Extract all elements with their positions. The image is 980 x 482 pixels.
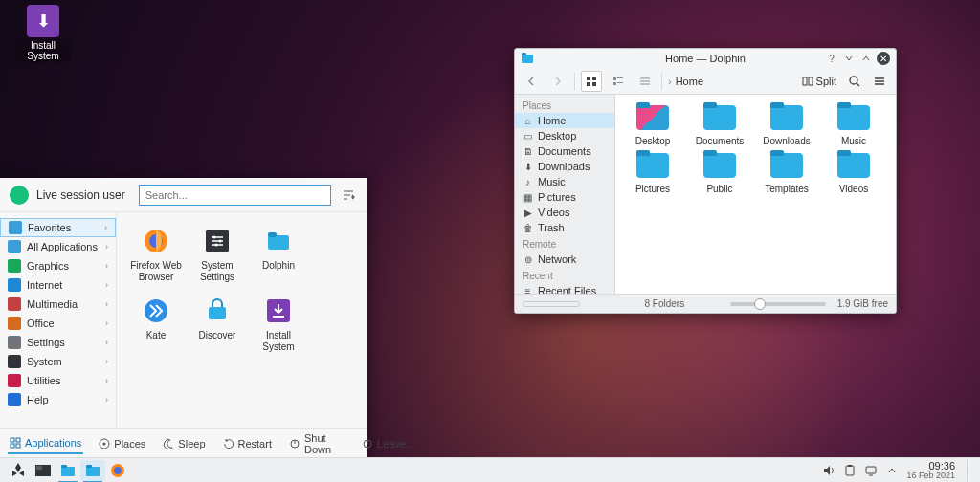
task-dolphin[interactable]	[80, 460, 105, 481]
category-favorites[interactable]: Favorites›	[0, 218, 116, 237]
app-discover[interactable]: Discover	[188, 292, 247, 356]
svg-rect-45	[866, 467, 876, 473]
category-multimedia[interactable]: Multimedia›	[0, 295, 116, 314]
places-label: Videos	[538, 207, 569, 218]
close-button[interactable]: ✕	[877, 52, 890, 65]
app-firefox-web-browser[interactable]: Firefox Web Browser	[126, 222, 186, 286]
folder-videos[interactable]: Videos	[824, 150, 883, 194]
search-input[interactable]	[139, 185, 331, 206]
places-item-recent-files[interactable]: ≡Recent Files	[515, 283, 614, 294]
clipboard-icon[interactable]	[843, 464, 857, 477]
folder-documents[interactable]: Documents	[690, 102, 749, 146]
titlebar[interactable]: Home — Dolphin ? ✕	[515, 49, 896, 68]
places-label: Downloads	[538, 161, 590, 172]
svg-rect-25	[587, 82, 590, 86]
category-utilities[interactable]: Utilities›	[0, 371, 116, 390]
status-free: 1.9 GiB free	[837, 298, 888, 309]
leave-button[interactable]: Leave...	[360, 434, 416, 453]
icons-view-button[interactable]	[581, 71, 602, 92]
svg-rect-39	[86, 467, 100, 476]
sort-icon[interactable]	[339, 186, 358, 205]
app-dolphin[interactable]: Dolphin	[249, 222, 308, 286]
app-install-system[interactable]: Install System	[249, 292, 308, 356]
task-firefox[interactable]	[105, 460, 130, 481]
category-internet[interactable]: Internet›	[0, 275, 116, 295]
app-system-settings[interactable]: System Settings	[188, 222, 247, 286]
file-view[interactable]: DesktopDocumentsDownloadsMusicPicturesPu…	[615, 95, 896, 294]
category-system[interactable]: System›	[0, 352, 116, 371]
svg-rect-37	[61, 467, 75, 476]
category-help[interactable]: Help›	[0, 390, 116, 409]
folder-pictures[interactable]: Pictures	[623, 150, 682, 194]
details-view-button[interactable]	[635, 71, 656, 92]
breadcrumb-item[interactable]: Home	[676, 76, 703, 87]
action-label: Leave...	[377, 438, 414, 449]
menu-button[interactable]	[869, 71, 890, 92]
forward-button[interactable]	[547, 71, 568, 92]
places-item-documents[interactable]: 🗎Documents	[515, 143, 614, 159]
svg-rect-28	[617, 77, 623, 78]
folder-public[interactable]: Public	[690, 150, 749, 194]
app-label: Dolphin	[249, 260, 308, 272]
show-desktop-button[interactable]	[967, 460, 974, 481]
folder-icon	[263, 226, 294, 256]
places-item-pictures[interactable]: ▦Pictures	[515, 189, 614, 205]
category-all-applications[interactable]: All Applications›	[0, 237, 116, 256]
category-icon	[8, 336, 21, 349]
svg-rect-27	[613, 77, 616, 80]
category-office[interactable]: Office›	[0, 314, 116, 333]
maximize-button[interactable]	[859, 52, 873, 65]
places-item-downloads[interactable]: ⬇Downloads	[515, 159, 614, 174]
places-item-videos[interactable]: ▶Videos	[515, 205, 614, 220]
desktop-icon-install-system[interactable]: ⬇ Install System	[14, 5, 72, 62]
svg-rect-26	[592, 82, 596, 86]
folder-downloads[interactable]: Downloads	[757, 102, 816, 146]
compact-view-button[interactable]	[608, 71, 629, 92]
folder-music[interactable]: Music	[824, 102, 883, 146]
app-kate[interactable]: Kate	[126, 292, 186, 356]
folder-label: Downloads	[757, 136, 816, 146]
folder-label: Videos	[824, 184, 883, 194]
svg-rect-6	[268, 235, 289, 250]
category-graphics[interactable]: Graphics›	[0, 256, 116, 275]
breadcrumb[interactable]: › Home	[668, 76, 703, 87]
category-icon	[8, 259, 21, 273]
display-icon[interactable]	[864, 464, 878, 477]
svg-rect-40	[86, 465, 92, 468]
places-item-desktop[interactable]: ▭Desktop	[515, 128, 614, 143]
documents-icon: 🗎	[523, 146, 533, 157]
search-button[interactable]	[844, 71, 865, 92]
svg-rect-30	[617, 82, 623, 83]
restart-button[interactable]: Restart	[221, 434, 274, 453]
audio-icon[interactable]	[822, 464, 835, 477]
shutdown-button[interactable]: Shut Down	[287, 428, 333, 459]
places-item-home[interactable]: ⌂Home	[515, 113, 614, 128]
places-item-trash[interactable]: 🗑Trash	[515, 220, 614, 235]
scrollbar-stub[interactable]	[523, 301, 580, 307]
launcher-button[interactable]	[6, 460, 31, 481]
folder-templates[interactable]: Templates	[757, 150, 816, 194]
user-avatar[interactable]	[10, 186, 29, 205]
task-dolphin-pinned[interactable]	[56, 460, 80, 481]
help-icon[interactable]: ?	[825, 52, 838, 65]
places-label: Recent Files	[538, 285, 596, 294]
category-settings[interactable]: Settings›	[0, 333, 116, 352]
places-group-places: Places	[515, 97, 614, 113]
statusbar: 8 Folders 1.9 GiB free	[515, 294, 896, 313]
pager[interactable]	[31, 460, 56, 481]
svg-rect-43	[846, 466, 854, 475]
split-button[interactable]: Split	[798, 74, 840, 89]
tab-applications[interactable]: Applications	[8, 433, 83, 454]
back-button[interactable]	[521, 71, 542, 92]
places-item-music[interactable]: ♪Music	[515, 174, 614, 189]
sleep-button[interactable]: Sleep	[161, 434, 207, 453]
tray-expand-icon[interactable]	[885, 464, 899, 477]
svg-rect-14	[16, 444, 20, 448]
zoom-slider[interactable]	[730, 302, 826, 306]
folder-desktop[interactable]: Desktop	[623, 102, 682, 146]
svg-rect-13	[11, 444, 14, 448]
minimize-button[interactable]	[842, 52, 856, 65]
places-item-network[interactable]: ⊚Network	[515, 252, 614, 267]
clock[interactable]: 09:36 16 Feb 2021	[906, 460, 955, 481]
tab-places[interactable]: Places	[97, 434, 147, 453]
